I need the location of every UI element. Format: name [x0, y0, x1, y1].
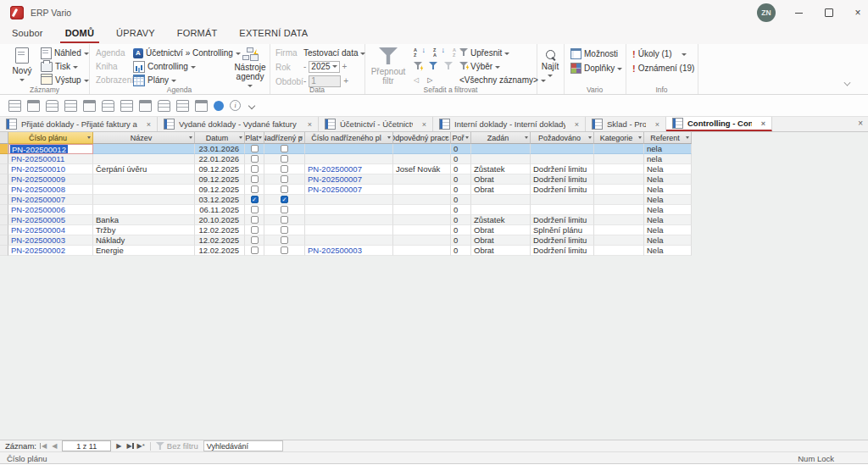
checkbox-unchecked[interactable]: [281, 165, 288, 173]
hash-grid-icon[interactable]: [195, 100, 208, 112]
row-selector[interactable]: [0, 195, 8, 205]
entered-cell[interactable]: [471, 205, 531, 215]
all-records-select[interactable]: <Všechny záznamy>: [459, 74, 546, 86]
column-header-3[interactable]: Datum: [195, 132, 245, 144]
column-dropdown-icon[interactable]: [239, 136, 242, 141]
column-dropdown-icon[interactable]: [638, 136, 642, 141]
table-row-10[interactable]: PN-202500003Náklady12.02.20250ObratDodrž…: [0, 235, 692, 246]
preview-button[interactable]: Náhled: [41, 47, 89, 59]
responsible-cell[interactable]: [393, 225, 451, 235]
copy-icon[interactable]: [158, 100, 170, 112]
checkbox-unchecked[interactable]: [251, 236, 259, 244]
last-record-button[interactable]: ▶: [126, 442, 131, 450]
tab-close-icon[interactable]: ×: [303, 120, 312, 129]
year-stepper[interactable]: - 2025 +: [303, 60, 347, 73]
order-cell[interactable]: 0: [451, 235, 471, 246]
category-cell[interactable]: [594, 195, 644, 205]
name-cell[interactable]: Tržby: [93, 225, 195, 235]
order-cell[interactable]: 0: [451, 185, 471, 195]
date-cell[interactable]: 09.12.2025: [195, 185, 245, 195]
find-button[interactable]: Najít: [539, 46, 561, 81]
column-dropdown-icon[interactable]: [588, 136, 592, 141]
checkbox-unchecked[interactable]: [251, 226, 259, 234]
checkbox-unchecked[interactable]: [281, 145, 288, 152]
category-cell[interactable]: [594, 225, 644, 235]
parent-plan-link[interactable]: PN-202500003: [305, 246, 393, 256]
database-icon[interactable]: [139, 100, 152, 112]
name-cell[interactable]: [93, 144, 195, 154]
parent-plan-link[interactable]: [305, 195, 393, 205]
new-record-button[interactable]: Nový: [8, 46, 36, 86]
checkbox-unchecked[interactable]: [251, 206, 259, 213]
entered-cell[interactable]: Obrat: [471, 235, 531, 246]
date-cell[interactable]: 03.12.2025: [195, 195, 245, 205]
name-cell[interactable]: Banka: [93, 215, 195, 225]
column-dropdown-icon[interactable]: [299, 136, 303, 141]
close-button[interactable]: ×: [850, 5, 865, 20]
entered-cell[interactable]: [471, 195, 531, 205]
tab-close-icon[interactable]: ×: [756, 119, 765, 128]
contact-card-icon[interactable]: [176, 100, 189, 112]
name-cell[interactable]: [93, 195, 195, 205]
checkbox-checked[interactable]: ✓: [251, 196, 259, 203]
order-cell[interactable]: 0: [451, 154, 471, 164]
entered-cell[interactable]: Obrat: [471, 225, 531, 235]
name-cell[interactable]: Čerpání úvěru: [93, 164, 195, 174]
referent-cell[interactable]: Nela: [644, 195, 692, 205]
home-search-icon[interactable]: [64, 100, 77, 112]
checkbox-unchecked[interactable]: [281, 155, 288, 163]
parent-plan-link[interactable]: PN-202500007: [305, 174, 393, 185]
checkbox-unchecked[interactable]: [281, 216, 288, 224]
parent-plan-link[interactable]: [305, 215, 393, 225]
plan-number-link[interactable]: PN-202500010: [8, 164, 93, 174]
parent-plan-link[interactable]: PN-202500007: [305, 185, 393, 195]
order-cell[interactable]: 0: [451, 174, 471, 185]
entered-cell[interactable]: [471, 154, 531, 164]
name-cell[interactable]: [93, 205, 195, 215]
row-selector[interactable]: [0, 185, 8, 195]
referent-cell[interactable]: Nela: [644, 185, 692, 195]
entered-cell[interactable]: Obrat: [471, 246, 531, 256]
row-selector[interactable]: [0, 154, 8, 164]
referent-cell[interactable]: Nela: [644, 174, 692, 185]
date-cell[interactable]: 22.01.2026: [195, 154, 245, 164]
checkbox-unchecked[interactable]: [281, 185, 288, 193]
notifications-button[interactable]: ! Oznámení (19): [632, 62, 694, 75]
responsible-cell[interactable]: [393, 154, 451, 164]
category-cell[interactable]: [594, 174, 644, 185]
record-position-input[interactable]: 1 z 11: [62, 440, 111, 451]
order-cell[interactable]: 0: [451, 195, 471, 205]
column-dropdown-icon[interactable]: [189, 136, 192, 141]
sort-desc-button[interactable]: ZA↓: [433, 48, 445, 58]
responsible-cell[interactable]: [393, 205, 451, 215]
referent-cell[interactable]: Nela: [644, 205, 692, 215]
responsible-cell[interactable]: Josef Novák: [393, 164, 451, 174]
tab-close-icon[interactable]: ×: [417, 120, 426, 129]
required-cell[interactable]: [531, 144, 594, 154]
required-cell[interactable]: Splnění plánu: [531, 225, 594, 235]
tab-close-icon[interactable]: ×: [142, 120, 151, 129]
row-selector[interactable]: [0, 225, 8, 235]
checkbox-unchecked[interactable]: [281, 246, 288, 254]
menu-item--pravy[interactable]: ÚPRAVY: [111, 25, 160, 42]
checkbox-unchecked[interactable]: [251, 185, 259, 193]
name-cell[interactable]: Energie: [93, 246, 195, 256]
responsible-cell[interactable]: [393, 246, 451, 256]
doc-tab-4[interactable]: Interní doklady - Interní doklady - osta…: [433, 117, 586, 131]
category-cell[interactable]: [594, 215, 644, 225]
zobrazeni-select[interactable]: Plány: [133, 74, 176, 86]
active-edit-cell[interactable]: PN-202500012: [8, 144, 93, 154]
checkbox-unchecked[interactable]: [251, 145, 259, 152]
parent-plan-link[interactable]: [305, 144, 393, 154]
referent-cell[interactable]: Nela: [644, 225, 692, 235]
doc-tab-2[interactable]: Vydané doklady - Vydané faktury a dobrop…: [158, 117, 319, 131]
checkbox-checked[interactable]: ✓: [281, 196, 288, 203]
entered-cell[interactable]: Zůstatek: [471, 164, 531, 174]
chevron-down-icon[interactable]: [247, 101, 258, 111]
date-cell[interactable]: 12.02.2025: [195, 235, 245, 246]
filter-add-icon-button[interactable]: [429, 62, 437, 71]
period-plus-button[interactable]: +: [343, 76, 348, 86]
category-cell[interactable]: [594, 144, 644, 154]
date-cell[interactable]: 12.02.2025: [195, 225, 245, 235]
row-selector[interactable]: [0, 215, 8, 225]
